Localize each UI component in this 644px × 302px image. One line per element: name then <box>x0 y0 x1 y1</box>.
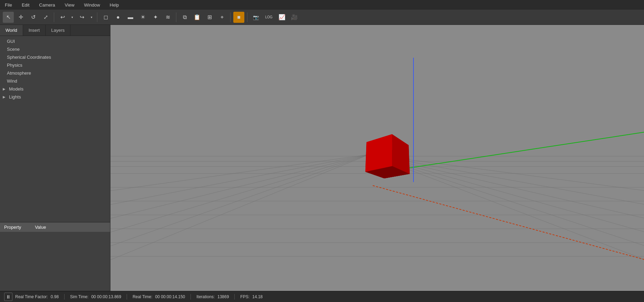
real-time-label: Real Time: <box>133 294 152 299</box>
snap-button[interactable]: ⌖ <box>216 12 227 23</box>
log-button[interactable]: LOG <box>263 12 275 23</box>
tree-item-spherical-coords[interactable]: Spherical Coordinates <box>0 53 110 61</box>
sphere-shape-button[interactable]: ● <box>113 12 124 23</box>
menu-edit[interactable]: Edit <box>20 2 31 8</box>
tree-item-gui[interactable]: GUI <box>0 37 110 45</box>
copy-button[interactable]: ⧉ <box>179 12 190 23</box>
property-col-header: Property <box>4 225 21 230</box>
rotate-tool[interactable]: ↺ <box>28 12 39 23</box>
cylinder-shape-button[interactable]: ▬ <box>125 12 136 23</box>
fps-value: 14.18 <box>252 294 263 299</box>
box-shape-button[interactable]: ◻ <box>100 12 111 23</box>
tree-item-label: Lights <box>9 94 21 100</box>
rtf-label: Real Time Factor: <box>15 294 48 299</box>
tree-item-scene[interactable]: Scene <box>0 45 110 53</box>
undo-dropdown[interactable]: ▾ <box>69 12 75 23</box>
chart-button[interactable]: 📈 <box>276 12 287 23</box>
properties-header: Property Value <box>0 223 110 232</box>
video-button[interactable]: 🎥 <box>289 12 300 23</box>
status-sep-3 <box>191 294 191 300</box>
tree-item-lights[interactable]: ▶ Lights <box>0 93 110 101</box>
left-panel: World Insert Layers GUI Scene Spherical … <box>0 25 110 291</box>
tree-item-label: GUI <box>7 39 15 44</box>
tree-item-label: Scene <box>7 47 20 52</box>
translate-tool[interactable]: ✛ <box>15 12 26 23</box>
sep-1 <box>54 12 54 22</box>
tree-item-label: Physics <box>7 63 22 68</box>
undo-button[interactable]: ↩ <box>57 12 68 23</box>
pause-button[interactable]: ⏸ <box>4 293 12 301</box>
tree-item-label: Spherical Coordinates <box>7 55 51 60</box>
statusbar: ⏸ Real Time Factor: 0.98 Sim Time: 00 00… <box>0 291 644 302</box>
tree-item-label: Atmosphere <box>7 70 31 76</box>
tree-item-atmosphere[interactable]: Atmosphere <box>0 69 110 77</box>
lines-button[interactable]: ≋ <box>162 12 173 23</box>
iterations-label: Iterations: <box>196 294 215 299</box>
sim-time-value: 00 00:00:13.869 <box>91 294 121 299</box>
rtf-value: 0.98 <box>51 294 59 299</box>
expand-arrow-icon: ▶ <box>3 95 7 99</box>
tree-item-models[interactable]: ▶ Models <box>0 85 110 93</box>
tab-world[interactable]: World <box>0 25 23 36</box>
scale-tool[interactable]: ⤢ <box>40 12 51 23</box>
tree-item-physics[interactable]: Physics <box>0 61 110 69</box>
value-col-header: Value <box>35 225 46 230</box>
sim-time-label: Sim Time: <box>70 294 88 299</box>
menu-camera[interactable]: Camera <box>37 2 57 8</box>
paste-button[interactable]: 📋 <box>192 12 203 23</box>
cube-3d <box>375 140 402 175</box>
select-tool[interactable]: ↖ <box>3 12 14 23</box>
redo-dropdown[interactable]: ▾ <box>89 12 94 23</box>
main-area: World Insert Layers GUI Scene Spherical … <box>0 25 644 291</box>
menu-help[interactable]: Help <box>108 2 121 8</box>
fps-label: FPS: <box>240 294 250 299</box>
status-sep-2 <box>127 294 127 300</box>
menu-view[interactable]: View <box>63 2 77 8</box>
material-button[interactable]: ■ <box>233 12 244 23</box>
tab-layers[interactable]: Layers <box>46 25 70 36</box>
iterations-value: 13869 <box>217 294 229 299</box>
sep-3 <box>176 12 176 22</box>
real-time-value: 00 00:00:14.150 <box>155 294 185 299</box>
tree-item-label: Models <box>9 86 23 92</box>
tree-item-label: Wind <box>7 78 17 84</box>
menu-window[interactable]: Window <box>82 2 102 8</box>
sep-4 <box>230 12 231 22</box>
align-button[interactable]: ⊞ <box>204 12 215 23</box>
menubar: File Edit Camera View Window Help <box>0 0 644 10</box>
sun-light-button[interactable]: ☀ <box>137 12 148 23</box>
tab-bar: World Insert Layers <box>0 25 110 36</box>
red-cube[interactable] <box>372 142 403 173</box>
status-sep-4 <box>234 294 235 300</box>
point-light-button[interactable]: ✦ <box>150 12 161 23</box>
toolbar: ↖ ✛ ↺ ⤢ ↩ ▾ ↪ ▾ ◻ ● ▬ ☀ ✦ ≋ ⧉ 📋 ⊞ ⌖ ■ 📷 … <box>0 10 644 25</box>
redo-button[interactable]: ↪ <box>76 12 87 23</box>
scene-tree: GUI Scene Spherical Coordinates Physics … <box>0 36 110 222</box>
status-sep-1 <box>64 294 65 300</box>
properties-panel: Property Value <box>0 222 110 291</box>
sep-2 <box>97 12 97 22</box>
3d-viewport[interactable] <box>110 25 644 291</box>
expand-arrow-icon: ▶ <box>3 87 7 91</box>
screenshot-button[interactable]: 📷 <box>250 12 261 23</box>
menu-file[interactable]: File <box>3 2 14 8</box>
tab-insert[interactable]: Insert <box>23 25 46 36</box>
sep-5 <box>247 12 247 22</box>
tree-item-wind[interactable]: Wind <box>0 77 110 85</box>
